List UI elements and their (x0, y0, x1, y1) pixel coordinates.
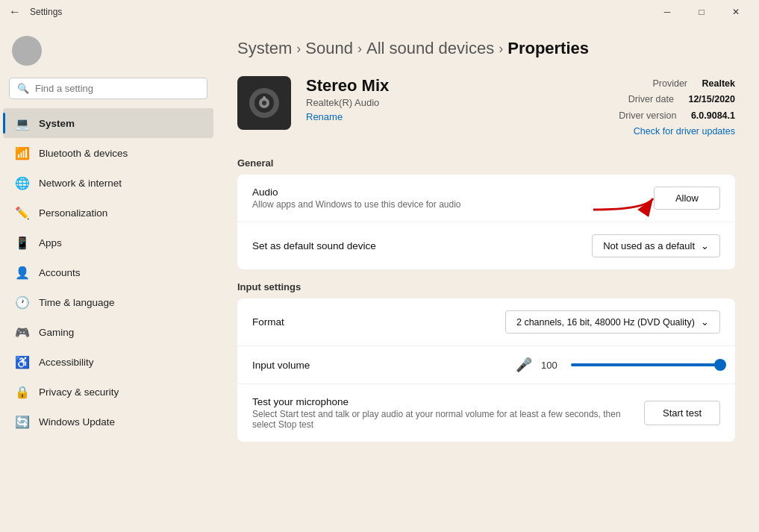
privacy-icon: 🔒 (15, 384, 30, 399)
test-mic-row: Test your microphone Select Start test a… (237, 384, 735, 442)
device-manufacturer: Realtek(R) Audio (306, 97, 604, 108)
device-info: Stereo Mix Realtek(R) Audio Rename (306, 76, 604, 123)
back-button[interactable]: ← (6, 2, 24, 22)
sidebar-item-label: Gaming (39, 327, 74, 338)
format-text: Format (252, 316, 505, 328)
titlebar-left: ← Settings (6, 2, 62, 22)
test-mic-text: Test your microphone Select Start test a… (252, 396, 644, 430)
personalization-icon: ✏️ (15, 205, 30, 220)
sidebar-item-label: Personalization (39, 207, 107, 219)
device-name: Stereo Mix (306, 76, 604, 96)
audio-text: Audio Allow apps and Windows to use this… (252, 187, 654, 210)
sidebar-item-label: Accessibility (39, 357, 94, 368)
network-icon: 🌐 (15, 175, 30, 190)
breadcrumb-all-sound: All sound devices (366, 39, 494, 58)
search-input[interactable] (35, 83, 199, 94)
audio-title: Audio (252, 187, 654, 198)
sidebar-item-label: Bluetooth & devices (39, 148, 128, 159)
sidebar-item-label: Privacy & security (39, 387, 119, 398)
sidebar-item-label: Network & internet (39, 178, 122, 189)
sidebar-item-label: Windows Update (39, 416, 115, 428)
input-settings-label: Input settings (237, 281, 735, 292)
nav-list: 💻 System 📶 Bluetooth & devices 🌐 Network… (0, 108, 216, 436)
main-layout: 🔍 💻 System 📶 Bluetooth & devices 🌐 Netwo… (0, 24, 759, 532)
svg-point-4 (263, 96, 266, 99)
breadcrumb: System › Sound › All sound devices › Pro… (237, 39, 735, 58)
provider-row: Provider Realtek (619, 76, 735, 92)
time-icon: 🕐 (15, 295, 30, 310)
gaming-icon: 🎮 (15, 325, 30, 339)
format-title: Format (252, 316, 505, 328)
format-row: Format 2 channels, 16 bit, 48000 Hz (DVD… (237, 298, 735, 346)
breadcrumb-system: System (237, 39, 292, 58)
maximize-button[interactable]: □ (684, 0, 719, 24)
volume-number: 100 (541, 360, 562, 371)
driver-date-label: Driver date (628, 94, 674, 104)
accounts-icon: 👤 (15, 265, 30, 280)
audio-row: Audio Allow apps and Windows to use this… (237, 175, 735, 222)
search-box: 🔍 (9, 78, 207, 99)
start-test-button[interactable]: Start test (644, 401, 720, 425)
allow-button[interactable]: Allow (654, 187, 720, 210)
titlebar: ← Settings ─ □ ✕ (0, 0, 759, 24)
search-container: 🔍 (0, 75, 216, 108)
default-value: Not used as a default (603, 240, 695, 251)
sidebar: 🔍 💻 System 📶 Bluetooth & devices 🌐 Netwo… (0, 24, 216, 532)
bluetooth-icon: 📶 (15, 145, 30, 160)
default-title: Set as default sound device (252, 240, 592, 251)
sidebar-item-accessibility[interactable]: ♿ Accessibility (3, 347, 213, 377)
default-dropdown[interactable]: Not used as a default ⌄ (592, 234, 720, 257)
volume-title: Input volume (252, 360, 507, 371)
default-chevron: ⌄ (701, 240, 709, 251)
sidebar-item-label: Apps (39, 237, 62, 248)
breadcrumb-current: Properties (507, 39, 589, 58)
default-text: Set as default sound device (252, 240, 592, 251)
driver-date-value: 12/15/2020 (688, 94, 735, 104)
window-controls: ─ □ ✕ (650, 0, 753, 24)
apps-icon: 📱 (15, 235, 30, 250)
volume-row: Input volume 🎤 100 (237, 346, 735, 384)
device-meta: Provider Realtek Driver date 12/15/2020 … (619, 76, 735, 140)
driver-version-label: Driver version (619, 110, 676, 121)
content-area: System › Sound › All sound devices › Pro… (216, 24, 759, 532)
sidebar-item-time[interactable]: 🕐 Time & language (3, 287, 213, 317)
sidebar-item-privacy[interactable]: 🔒 Privacy & security (3, 377, 213, 407)
driver-date-row: Driver date 12/15/2020 (619, 92, 735, 107)
sidebar-item-update[interactable]: 🔄 Windows Update (3, 407, 213, 436)
volume-slider[interactable] (571, 363, 720, 366)
sidebar-item-apps[interactable]: 📱 Apps (3, 228, 213, 257)
audio-desc: Allow apps and Windows to use this devic… (252, 199, 654, 210)
sidebar-item-label: System (39, 118, 75, 129)
sidebar-item-accounts[interactable]: 👤 Accounts (3, 257, 213, 287)
accessibility-icon: ♿ (15, 354, 30, 369)
driver-version-value: 6.0.9084.1 (691, 110, 735, 121)
svg-point-3 (262, 101, 266, 105)
breadcrumb-sound: Sound (305, 39, 353, 58)
sidebar-item-system[interactable]: 💻 System (3, 108, 213, 138)
minimize-button[interactable]: ─ (650, 0, 684, 24)
driver-version-row: Driver version 6.0.9084.1 (619, 108, 735, 124)
input-settings-card: Format 2 channels, 16 bit, 48000 Hz (DVD… (237, 298, 735, 442)
sidebar-item-label: Time & language (39, 297, 115, 308)
sidebar-item-network[interactable]: 🌐 Network & internet (3, 168, 213, 198)
test-mic-desc: Select Start test and talk or play audio… (252, 409, 644, 430)
sidebar-item-bluetooth[interactable]: 📶 Bluetooth & devices (3, 138, 213, 168)
avatar (12, 36, 42, 66)
device-header: Stereo Mix Realtek(R) Audio Rename Provi… (237, 76, 735, 140)
sidebar-item-personalization[interactable]: ✏️ Personalization (3, 198, 213, 228)
general-section-label: General (237, 157, 735, 169)
check-driver-link[interactable]: Check for driver updates (634, 126, 735, 137)
default-row: Set as default sound device Not used as … (237, 222, 735, 269)
rename-link[interactable]: Rename (306, 111, 343, 122)
mic-icon: 🎤 (516, 357, 532, 373)
volume-text: Input volume (252, 360, 507, 371)
sidebar-item-gaming[interactable]: 🎮 Gaming (3, 317, 213, 347)
test-mic-title: Test your microphone (252, 396, 644, 407)
provider-label: Provider (652, 78, 687, 89)
format-dropdown[interactable]: 2 channels, 16 bit, 48000 Hz (DVD Qualit… (505, 310, 720, 334)
device-icon (237, 76, 291, 130)
provider-value: Realtek (702, 78, 735, 89)
close-button[interactable]: ✕ (719, 0, 753, 24)
search-icon: 🔍 (17, 83, 29, 94)
avatar-section (0, 30, 216, 75)
